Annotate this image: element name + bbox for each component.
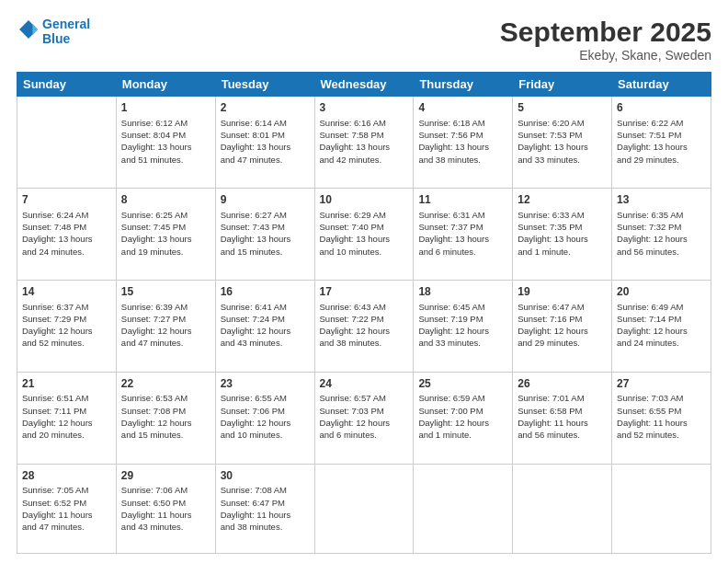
cell-text: and 15 minutes. [221, 246, 310, 258]
col-sunday: Sunday [17, 73, 117, 97]
cell-1-4: 3Sunrise: 6:16 AMSunset: 7:58 PMDaylight… [314, 97, 414, 189]
cell-5-7 [612, 464, 711, 553]
cell-text: Sunrise: 6:41 AM [221, 301, 310, 313]
cell-text: Sunrise: 6:33 AM [518, 209, 607, 221]
cell-text: Sunset: 7:19 PM [418, 313, 507, 325]
cell-text: Daylight: 12 hours [320, 325, 409, 337]
day-number: 25 [418, 376, 507, 392]
cell-text: Sunset: 6:50 PM [121, 497, 210, 509]
cell-text: Sunrise: 6:59 AM [418, 392, 507, 404]
logo-icon [18, 19, 39, 40]
page: General Blue September 2025 Ekeby, Skane… [0, 0, 728, 563]
day-number: 9 [221, 192, 310, 208]
day-number: 26 [518, 376, 607, 392]
cell-text: Sunrise: 6:49 AM [617, 301, 706, 313]
cell-3-7: 20Sunrise: 6:49 AMSunset: 7:14 PMDayligh… [612, 280, 711, 372]
cell-text: and 51 minutes. [121, 154, 210, 166]
cell-text: Daylight: 12 hours [518, 325, 607, 337]
day-number: 23 [221, 376, 310, 392]
day-number: 3 [320, 100, 409, 116]
cell-2-3: 9Sunrise: 6:27 AMSunset: 7:43 PMDaylight… [215, 188, 314, 280]
cell-5-5 [414, 464, 513, 553]
cell-text: Daylight: 12 hours [617, 325, 706, 337]
cell-text: Sunset: 7:06 PM [221, 405, 310, 417]
day-number: 1 [121, 100, 210, 116]
cell-text: Daylight: 13 hours [418, 233, 507, 245]
cell-text: and 15 minutes. [121, 429, 210, 441]
cell-text: Sunset: 6:47 PM [221, 497, 310, 509]
cell-text: Sunrise: 7:08 AM [221, 484, 310, 496]
cell-1-2: 1Sunrise: 6:12 AMSunset: 8:04 PMDaylight… [116, 97, 215, 189]
cell-2-4: 10Sunrise: 6:29 AMSunset: 7:40 PMDayligh… [314, 188, 414, 280]
cell-text: Sunset: 6:55 PM [617, 405, 706, 417]
cell-text: Daylight: 13 hours [121, 141, 210, 153]
day-number: 12 [518, 192, 607, 208]
cell-text: Sunrise: 6:18 AM [418, 117, 507, 129]
week-row-5: 28Sunrise: 7:05 AMSunset: 6:52 PMDayligh… [17, 464, 711, 553]
cell-text: Sunrise: 7:03 AM [617, 392, 706, 404]
cell-text: Sunrise: 6:39 AM [121, 301, 210, 313]
day-number: 18 [418, 284, 507, 300]
cell-text: and 42 minutes. [320, 154, 409, 166]
day-number: 6 [617, 100, 706, 116]
cell-text: Daylight: 12 hours [617, 233, 706, 245]
cell-text: Daylight: 12 hours [121, 325, 210, 337]
cell-text: Sunset: 7:51 PM [617, 129, 706, 141]
svg-marker-1 [32, 23, 38, 35]
cell-5-3: 30Sunrise: 7:08 AMSunset: 6:47 PMDayligh… [215, 464, 314, 553]
col-monday: Monday [116, 73, 215, 97]
day-number: 7 [22, 192, 111, 208]
cell-text: Daylight: 12 hours [221, 417, 310, 429]
calendar-table: Sunday Monday Tuesday Wednesday Thursday… [17, 72, 711, 554]
day-number: 4 [418, 100, 507, 116]
header: General Blue September 2025 Ekeby, Skane… [17, 17, 711, 63]
cell-3-5: 18Sunrise: 6:45 AMSunset: 7:19 PMDayligh… [414, 280, 513, 372]
cell-text: Daylight: 12 hours [418, 417, 507, 429]
cell-text: Daylight: 12 hours [22, 325, 111, 337]
cell-text: Daylight: 11 hours [121, 509, 210, 521]
day-number: 20 [617, 284, 706, 300]
day-number: 28 [22, 468, 111, 484]
cell-text: Sunrise: 6:14 AM [221, 117, 310, 129]
cell-text: Sunrise: 6:29 AM [320, 209, 409, 221]
cell-2-5: 11Sunrise: 6:31 AMSunset: 7:37 PMDayligh… [414, 188, 513, 280]
cell-text: Sunset: 7:00 PM [418, 405, 507, 417]
cell-text: Sunset: 6:58 PM [518, 405, 607, 417]
week-row-1: 1Sunrise: 6:12 AMSunset: 8:04 PMDaylight… [17, 97, 711, 189]
calendar-header-row: Sunday Monday Tuesday Wednesday Thursday… [17, 73, 711, 97]
cell-text: Sunrise: 6:12 AM [121, 117, 210, 129]
day-number: 17 [320, 284, 409, 300]
cell-text: Sunset: 7:08 PM [121, 405, 210, 417]
cell-text: Sunrise: 6:55 AM [221, 392, 310, 404]
cell-2-2: 8Sunrise: 6:25 AMSunset: 7:45 PMDaylight… [116, 188, 215, 280]
cell-text: Daylight: 13 hours [617, 141, 706, 153]
cell-text: Sunset: 7:35 PM [518, 221, 607, 233]
cell-5-1: 28Sunrise: 7:05 AMSunset: 6:52 PMDayligh… [17, 464, 117, 553]
week-row-4: 21Sunrise: 6:51 AMSunset: 7:11 PMDayligh… [17, 372, 711, 464]
cell-text: and 52 minutes. [617, 429, 706, 441]
cell-text: Sunset: 7:16 PM [518, 313, 607, 325]
cell-text: Sunrise: 6:22 AM [617, 117, 706, 129]
cell-4-4: 24Sunrise: 6:57 AMSunset: 7:03 PMDayligh… [314, 372, 414, 464]
day-number: 22 [121, 376, 210, 392]
cell-text: and 10 minutes. [320, 246, 409, 258]
day-number: 5 [518, 100, 607, 116]
cell-text: Sunrise: 6:47 AM [518, 301, 607, 313]
col-wednesday: Wednesday [314, 73, 414, 97]
logo-line1: General [42, 17, 90, 31]
cell-text: Daylight: 12 hours [320, 417, 409, 429]
cell-text: and 33 minutes. [518, 154, 607, 166]
cell-text: Sunset: 7:58 PM [320, 129, 409, 141]
cell-text: Sunset: 7:37 PM [418, 221, 507, 233]
cell-text: Sunset: 7:22 PM [320, 313, 409, 325]
cell-text: Daylight: 13 hours [518, 141, 607, 153]
cell-text: Sunrise: 6:53 AM [121, 392, 210, 404]
cell-text: and 38 minutes. [320, 337, 409, 349]
cell-1-3: 2Sunrise: 6:14 AMSunset: 8:01 PMDaylight… [215, 97, 314, 189]
cell-text: and 56 minutes. [617, 246, 706, 258]
cell-3-4: 17Sunrise: 6:43 AMSunset: 7:22 PMDayligh… [314, 280, 414, 372]
cell-1-5: 4Sunrise: 6:18 AMSunset: 7:56 PMDaylight… [414, 97, 513, 189]
cell-text: Sunrise: 6:37 AM [22, 301, 111, 313]
day-number: 21 [22, 376, 111, 392]
cell-text: Sunrise: 7:05 AM [22, 484, 111, 496]
